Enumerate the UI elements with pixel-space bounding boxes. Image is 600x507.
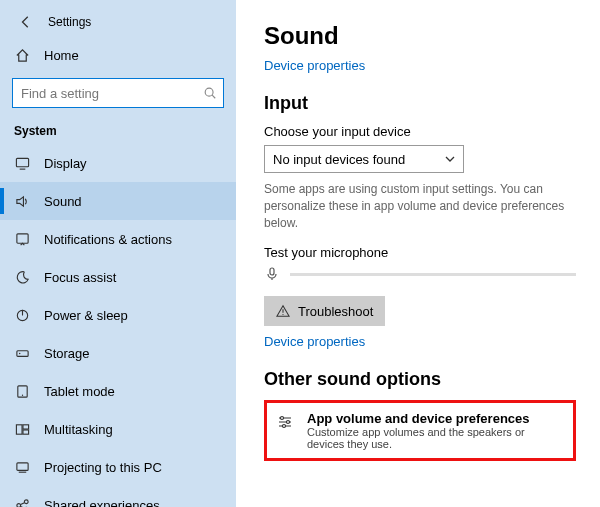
choose-input-label: Choose your input device <box>264 124 576 139</box>
search-input[interactable] <box>13 79 197 107</box>
input-device-select[interactable]: No input devices found <box>264 145 464 173</box>
svg-point-12 <box>16 503 20 507</box>
other-option-sub: Customize app volumes and the speakers o… <box>307 426 563 450</box>
svg-point-13 <box>24 499 28 503</box>
svg-rect-10 <box>22 429 28 433</box>
input-hint: Some apps are using custom input setting… <box>264 181 576 231</box>
chevron-down-icon <box>445 154 455 164</box>
arrow-left-icon <box>19 15 33 29</box>
input-device-value: No input devices found <box>273 152 405 167</box>
svg-point-0 <box>205 88 213 96</box>
sidebar-item-tablet-mode[interactable]: Tablet mode <box>0 372 236 410</box>
sidebar-item-label: Multitasking <box>44 422 113 437</box>
svg-point-16 <box>282 314 283 315</box>
warning-icon <box>276 304 290 318</box>
home-icon <box>14 47 30 63</box>
svg-point-18 <box>287 421 290 424</box>
power-icon <box>14 307 30 323</box>
svg-rect-1 <box>16 158 28 166</box>
sidebar-item-label: Shared experiences <box>44 498 160 508</box>
sidebar-item-notifications[interactable]: Notifications & actions <box>0 220 236 258</box>
device-properties-link[interactable]: Device properties <box>264 58 365 73</box>
svg-rect-8 <box>16 424 22 433</box>
search-icon <box>197 79 223 107</box>
sidebar-item-storage[interactable]: Storage <box>0 334 236 372</box>
speaker-icon <box>14 193 30 209</box>
notification-icon <box>14 231 30 247</box>
tablet-icon <box>14 383 30 399</box>
svg-point-17 <box>281 417 284 420</box>
moon-icon <box>14 269 30 285</box>
sidebar-item-sound[interactable]: Sound <box>0 182 236 220</box>
troubleshoot-button[interactable]: Troubleshoot <box>264 296 385 326</box>
sidebar-item-focus-assist[interactable]: Focus assist <box>0 258 236 296</box>
other-option-title: App volume and device preferences <box>307 411 563 426</box>
svg-point-19 <box>283 425 286 428</box>
sidebar-item-power-sleep[interactable]: Power & sleep <box>0 296 236 334</box>
svg-point-7 <box>21 394 22 395</box>
other-options-heading: Other sound options <box>264 369 576 390</box>
sliders-icon <box>277 413 295 431</box>
app-title: Settings <box>48 15 91 29</box>
sidebar-item-projecting[interactable]: Projecting to this PC <box>0 448 236 486</box>
sidebar-item-label: Projecting to this PC <box>44 460 162 475</box>
sidebar-home-label: Home <box>44 48 79 63</box>
svg-rect-4 <box>16 350 27 356</box>
sidebar-item-shared-experiences[interactable]: Shared experiences <box>0 486 236 507</box>
mic-level-meter <box>290 273 576 276</box>
sidebar-item-label: Storage <box>44 346 90 361</box>
troubleshoot-label: Troubleshoot <box>298 304 373 319</box>
multitask-icon <box>14 421 30 437</box>
sidebar-item-label: Focus assist <box>44 270 116 285</box>
sidebar-item-label: Notifications & actions <box>44 232 172 247</box>
sidebar-item-label: Display <box>44 156 87 171</box>
svg-point-5 <box>18 352 20 354</box>
microphone-icon <box>264 266 280 282</box>
svg-rect-2 <box>16 233 27 242</box>
sidebar-item-label: Sound <box>44 194 82 209</box>
sidebar-section-heading: System <box>0 118 236 144</box>
back-button[interactable] <box>14 10 38 34</box>
sidebar-home[interactable]: Home <box>0 38 236 72</box>
page-title: Sound <box>264 22 576 50</box>
svg-rect-9 <box>22 424 28 428</box>
storage-icon <box>14 345 30 361</box>
device-properties-link-2[interactable]: Device properties <box>264 334 365 349</box>
input-heading: Input <box>264 93 576 114</box>
test-mic-label: Test your microphone <box>264 245 576 260</box>
share-icon <box>14 497 30 507</box>
monitor-icon <box>14 155 30 171</box>
sidebar-item-label: Power & sleep <box>44 308 128 323</box>
search-input-wrap[interactable] <box>12 78 224 108</box>
svg-rect-11 <box>16 462 27 470</box>
sidebar-item-display[interactable]: Display <box>0 144 236 182</box>
sidebar-item-multitasking[interactable]: Multitasking <box>0 410 236 448</box>
project-icon <box>14 459 30 475</box>
sidebar-item-label: Tablet mode <box>44 384 115 399</box>
app-volume-preferences-option[interactable]: App volume and device preferences Custom… <box>264 400 576 461</box>
svg-rect-15 <box>270 268 274 275</box>
